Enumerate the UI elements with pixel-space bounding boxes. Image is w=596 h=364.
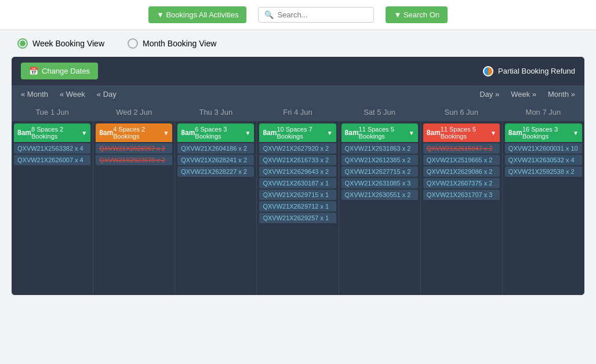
booking-item[interactable]: QXVW21X2600031 x 10 [505,143,582,154]
booking-item[interactable]: QXVW21X2629257 x 1 [259,213,336,223]
slot-spaces: 6 Spaces 3 Bookings [195,126,245,140]
week-next-button[interactable]: Week » [511,90,536,99]
slot-spaces: 11 Spaces 5 Bookings [441,126,490,140]
month-booking-label: Month Booking View [143,39,216,48]
day-header: Thu 3 Jun [175,103,257,121]
day-column: 8am10 Spaces 7 Bookings▼QXVW21X2627920 x… [257,121,339,295]
search-input[interactable] [277,10,368,19]
search-on-button[interactable]: ▼ Search On [386,6,448,23]
booking-item[interactable]: QXVW21X2631863 x 2 [341,143,418,154]
booking-item[interactable]: QXVW21X2627715 x 2 [341,166,418,177]
month-prev-button[interactable]: « Month [21,90,48,99]
slot-time: 8am [99,129,113,137]
booking-item[interactable]: QXVW21X2630532 x 4 [505,155,582,165]
booking-item[interactable]: QXVW21X2616733 x 2 [259,155,336,165]
calendar-nav-right: Day » Week » Month » [479,90,575,99]
day-header: Mon 7 Jun [503,103,584,121]
chevron-down-icon: ▼ [245,130,251,136]
booking-item[interactable]: QXVW21X2629712 x 1 [259,201,336,212]
time-slot-header[interactable]: 8am11 Spaces 5 Bookings▼ [423,123,500,142]
booking-item[interactable]: QXVW21X2631707 x 3 [423,190,500,200]
week-radio-circle [17,38,28,49]
booking-item[interactable]: QXVW21X2519665 x 2 [423,155,500,165]
calendar-toolbar: 📅 Change Dates Partial Booking Refund [12,57,584,85]
day-header: Sun 6 Jun [421,103,503,121]
booking-item[interactable]: QXVW21X2623078 x 2 [96,155,172,165]
chevron-down-icon: ▼ [409,130,415,136]
booking-item[interactable]: QXVW21X2631085 x 3 [341,178,418,188]
day-header: Tue 1 Jun [12,103,93,121]
booking-item[interactable]: QXVW21X2607375 x 2 [423,178,500,188]
booking-item[interactable]: QXVW21X2627920 x 2 [259,143,336,154]
bookings-all-activities-button[interactable]: ▼ Bookings All Activities [148,6,246,23]
calendar-icon: 📅 [29,67,38,75]
day-header: Sat 5 Jun [339,103,421,121]
month-booking-view-radio[interactable]: Month Booking View [128,38,216,49]
partial-booking-icon [483,66,493,77]
chevron-down-icon: ▼ [327,130,333,136]
week-prev-button[interactable]: « Week [60,90,85,99]
slot-time: 8am [17,129,31,137]
slot-spaces: 10 Spaces 7 Bookings [277,126,326,140]
search-bar: 🔍 [258,7,374,23]
booking-item[interactable]: QXVW21X2630187 x 1 [259,178,336,188]
calendar-grid: Tue 1 JunWed 2 JunThu 3 JunFri 4 JunSat … [12,103,584,295]
calendar-container: 📅 Change Dates Partial Booking Refund « … [12,57,584,295]
day-column: 8am11 Spaces 5 Bookings▼QXVW21X2615947 x… [421,121,503,295]
slot-time: 8am [181,129,195,137]
day-column: 8am11 Spaces 5 Bookings▼QXVW21X2631863 x… [339,121,421,295]
time-slot-header[interactable]: 8am8 Spaces 2 Bookings▼ [14,123,90,142]
day-next-button[interactable]: Day » [479,90,499,99]
slot-spaces: 16 Spaces 3 Bookings [522,126,573,140]
booking-item[interactable]: QXVW21X2629086 x 2 [423,166,500,177]
slot-spaces: 8 Spaces 2 Bookings [31,126,81,140]
booking-item[interactable]: QXVW21X2628227 x 2 [177,166,254,177]
chevron-down-icon: ▼ [81,130,87,136]
booking-item[interactable]: QXVW21X2604186 x 2 [177,143,254,154]
change-dates-label: Change Dates [42,67,90,75]
partial-booking-label: Partial Booking Refund [498,67,575,75]
day-column: 8am16 Spaces 3 Bookings▼QXVW21X2600031 x… [503,121,584,295]
day-column: 8am8 Spaces 2 Bookings▼QXVW21X2563382 x … [12,121,93,295]
slot-time: 8am [508,129,522,137]
day-prev-button[interactable]: « Day [97,90,117,99]
booking-item[interactable]: QXVW21X2629643 x 2 [259,166,336,177]
slot-time: 8am [427,129,441,137]
day-column: 8am4 Spaces 2 Bookings▼QXVW21X2626967 x … [93,121,175,295]
booking-item[interactable]: QXVW21X2628241 x 2 [177,155,254,165]
time-slot-header[interactable]: 8am16 Spaces 3 Bookings▼ [505,123,582,142]
chevron-down-icon: ▼ [163,130,169,136]
time-slot-header[interactable]: 8am10 Spaces 7 Bookings▼ [259,123,336,142]
month-radio-circle [128,38,138,49]
booking-item[interactable]: QXVW21X2563382 x 4 [14,143,90,154]
slot-spaces: 11 Spaces 5 Bookings [359,126,409,140]
top-bar: ▼ Bookings All Activities 🔍 ▼ Search On [0,0,596,30]
chevron-down-icon: ▼ [573,130,579,136]
booking-item[interactable]: QXVW21X2630551 x 2 [341,190,418,200]
day-header: Fri 4 Jun [257,103,339,121]
calendar-nav: « Month « Week « Day Day » Week » Month … [12,85,584,103]
time-slot-header[interactable]: 8am6 Spaces 3 Bookings▼ [177,123,254,142]
search-icon: 🔍 [264,10,274,19]
booking-item[interactable]: QXVW21X2615947 x 2 [423,143,500,154]
time-slot-header[interactable]: 8am4 Spaces 2 Bookings▼ [96,123,172,142]
day-column: 8am6 Spaces 3 Bookings▼QXVW21X2604186 x … [175,121,257,295]
booking-item[interactable]: QXVW21X2592538 x 2 [505,166,582,177]
slot-spaces: 4 Spaces 2 Bookings [113,126,163,140]
chevron-down-icon: ▼ [490,130,496,136]
view-selector: Week Booking View Month Booking View [0,30,596,57]
time-slot-header[interactable]: 8am11 Spaces 5 Bookings▼ [341,123,418,142]
calendar-scroll: Tue 1 JunWed 2 JunThu 3 JunFri 4 JunSat … [12,103,584,295]
booking-item[interactable]: QXVW21X2629715 x 1 [259,190,336,200]
booking-item[interactable]: QXVW21X2626007 x 4 [14,155,90,165]
slot-time: 8am [345,129,359,137]
booking-item[interactable]: QXVW21X2626967 x 2 [96,143,172,154]
partial-booking-refund: Partial Booking Refund [483,66,575,77]
week-booking-label: Week Booking View [32,39,104,48]
month-next-button[interactable]: Month » [548,90,575,99]
day-header: Wed 2 Jun [93,103,175,121]
slot-time: 8am [263,129,277,137]
change-dates-button[interactable]: 📅 Change Dates [21,63,98,79]
week-booking-view-radio[interactable]: Week Booking View [17,38,104,49]
booking-item[interactable]: QXVW21X2612385 x 2 [341,155,418,165]
